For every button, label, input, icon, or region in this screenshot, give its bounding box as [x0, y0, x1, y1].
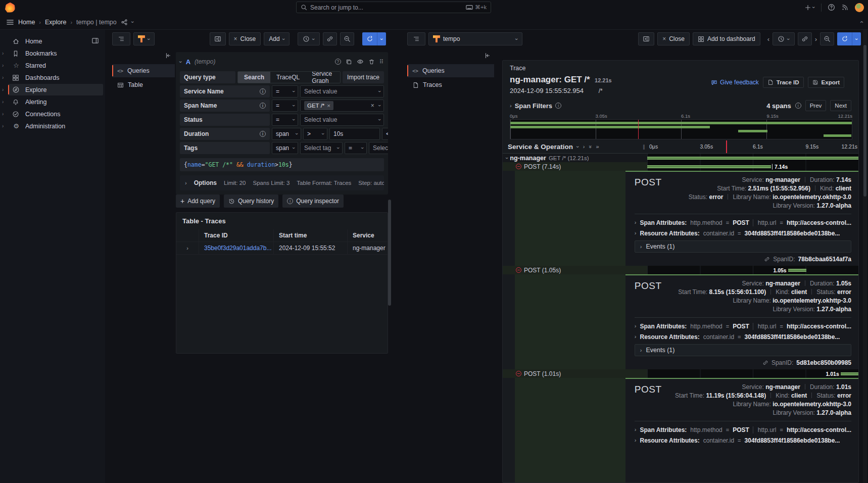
sidebar-item-connections[interactable]: › Connections: [8, 108, 103, 120]
panel-title[interactable]: Table - Traces: [176, 213, 388, 229]
span-attributes-row[interactable]: › Span Attributes: http.method=POST http…: [635, 217, 851, 228]
run-query-button[interactable]: ›: [362, 32, 386, 45]
column-service[interactable]: Service: [347, 229, 388, 242]
trace-id-link[interactable]: 35be0f3d29a01adda7b...: [204, 245, 271, 252]
window-scrollbar-thumb[interactable]: [863, 45, 866, 197]
collapse-left-icon[interactable]: [484, 52, 491, 59]
datasource-picker[interactable]: tempo ›: [428, 32, 522, 45]
expand-chevron[interactable]: ›: [640, 348, 642, 353]
collapse-header-button[interactable]: ›: [857, 21, 864, 23]
split-button[interactable]: [638, 32, 654, 45]
give-feedback-link[interactable]: Give feedback: [711, 79, 759, 86]
expand-chevron[interactable]: ›: [2, 87, 4, 92]
expand-chevron[interactable]: ›: [2, 63, 4, 68]
duration-scope[interactable]: span›: [272, 128, 301, 140]
expand-chevron[interactable]: ›: [2, 51, 4, 56]
time-shift-forward-button[interactable]: ›: [815, 36, 817, 42]
tags-value-select[interactable]: Select value: [369, 142, 388, 154]
sidebar-item-administration[interactable]: › ⚙ Administration: [8, 120, 103, 132]
span-attributes-row[interactable]: › Span Attributes: http.method=POST http…: [635, 424, 851, 435]
sidebar-item-bookmarks[interactable]: › Bookmarks: [8, 47, 103, 59]
remove-chip-icon[interactable]: ×: [327, 103, 330, 109]
expand-chevron[interactable]: ›: [635, 323, 637, 329]
expand-chevron[interactable]: ›: [635, 427, 637, 432]
news-button[interactable]: [841, 4, 849, 11]
service-name-operator[interactable]: =›: [272, 85, 298, 98]
collapse-query-chevron[interactable]: ›: [178, 61, 183, 63]
expand-chevron[interactable]: ›: [635, 220, 637, 225]
tab-traces[interactable]: Traces: [407, 78, 494, 91]
query-ref[interactable]: A: [186, 58, 190, 66]
link-icon[interactable]: [764, 256, 770, 262]
new-button[interactable]: ›: [804, 4, 815, 11]
span-name-chip[interactable]: GET /*×: [304, 101, 333, 110]
trash-icon[interactable]: [368, 59, 375, 65]
span-name-operator[interactable]: =›: [272, 100, 298, 112]
tab-table[interactable]: Table: [112, 78, 175, 91]
resource-attributes-row[interactable]: › Resource Attributes: container.id=304f…: [635, 435, 851, 446]
status-operator[interactable]: =›: [272, 114, 298, 126]
tags-scope[interactable]: span›: [272, 142, 298, 154]
double-chevron-right-icon[interactable]: »: [596, 144, 599, 150]
link-button[interactable]: [798, 32, 812, 45]
query-inspector-button[interactable]: i Query inspector: [282, 195, 344, 208]
close-pane-button[interactable]: ×Close: [657, 32, 690, 45]
events-row[interactable]: › Events (1): [635, 344, 851, 356]
expand-chevron[interactable]: ›: [640, 244, 642, 250]
column-trace-id[interactable]: Trace ID: [199, 229, 273, 242]
duration-max-operator[interactable]: <: [382, 128, 388, 140]
add-to-dashboard-button[interactable]: Add to dashboard: [693, 32, 760, 45]
datasource-picker[interactable]: ›: [133, 32, 155, 45]
query-type-search[interactable]: Search: [238, 72, 270, 83]
breadcrumb-home[interactable]: Home: [18, 19, 35, 26]
share-icon[interactable]: [121, 19, 128, 26]
window-scrollbar-track[interactable]: [863, 30, 867, 483]
collapse-left-icon[interactable]: [165, 52, 172, 59]
global-search[interactable]: Search or jump to... ⌘+k: [296, 2, 491, 13]
run-query-button[interactable]: ›: [837, 32, 861, 45]
copy-icon[interactable]: [346, 59, 352, 65]
trace-minimap[interactable]: 0μs 3.05s 6.1s 9.15s 12.21s: [510, 113, 852, 139]
query-type-traceql[interactable]: TraceQL: [270, 72, 306, 83]
menu-icon[interactable]: [6, 18, 14, 26]
expand-chevron[interactable]: ›: [2, 111, 4, 117]
query-history-button[interactable]: Query history: [224, 195, 278, 208]
sidebar-item-starred[interactable]: › ☆ Starred: [8, 60, 103, 71]
add-button[interactable]: Add›: [264, 32, 290, 45]
tab-queries[interactable]: <> Queries: [407, 64, 494, 77]
span-filters-chevron[interactable]: ›: [510, 103, 512, 109]
expand-chevron[interactable]: ›: [2, 75, 4, 80]
outline-button[interactable]: [112, 32, 130, 45]
chevron-right-icon[interactable]: ›: [583, 144, 585, 150]
grafana-logo[interactable]: [5, 3, 15, 13]
expand-chevron[interactable]: ›: [2, 123, 4, 129]
span-bar-track[interactable]: 7.14s: [647, 162, 858, 171]
duration-operator[interactable]: >›: [303, 128, 327, 140]
link-button[interactable]: [323, 32, 337, 45]
duration-value-input[interactable]: 10s: [329, 128, 380, 140]
tags-operator[interactable]: =›: [345, 142, 367, 154]
prev-button[interactable]: Prev: [805, 100, 827, 111]
expand-chevron[interactable]: ›: [635, 334, 637, 340]
events-row[interactable]: › Events (1): [635, 240, 851, 253]
add-query-button[interactable]: +Add query: [176, 195, 220, 208]
query-help-icon[interactable]: ?: [335, 59, 341, 65]
span-row-post-1[interactable]: POST (7.14s) 7.14s: [503, 162, 858, 171]
span-bar-track[interactable]: [647, 154, 858, 162]
eye-icon[interactable]: [357, 58, 364, 65]
column-resizer[interactable]: ∥: [643, 144, 647, 150]
resource-attributes-row[interactable]: › Resource Attributes: container.id=304f…: [635, 228, 851, 238]
row-expand-chevron[interactable]: ›: [186, 246, 188, 251]
chevron-down-icon[interactable]: ›: [575, 146, 581, 148]
breadcrumb-explore[interactable]: Explore: [45, 19, 66, 26]
span-row-post-2[interactable]: POST (1.05s) 1.05s: [503, 266, 858, 274]
help-button[interactable]: [828, 4, 835, 11]
time-shift-back-button[interactable]: ‹: [767, 36, 769, 42]
query-type-service-graph[interactable]: Service Graph: [306, 72, 340, 83]
left-pane-scrollbar[interactable]: [388, 200, 391, 306]
panel-title[interactable]: Trace: [510, 65, 526, 72]
span-bar-track[interactable]: 1.05s: [647, 266, 858, 274]
expand-chevron[interactable]: ›: [635, 230, 637, 236]
resource-attributes-row[interactable]: › Resource Attributes: container.id=304f…: [635, 331, 851, 342]
minimap-canvas[interactable]: [510, 119, 852, 139]
